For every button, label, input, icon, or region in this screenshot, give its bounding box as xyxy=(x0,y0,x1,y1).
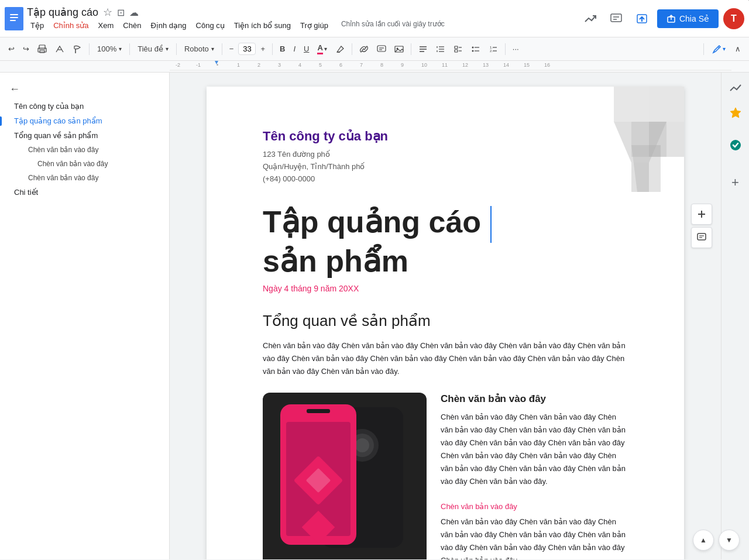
comment-button[interactable] xyxy=(373,42,390,56)
undo-button[interactable]: ↩ xyxy=(5,42,18,56)
doc-main-title[interactable]: Tập quảng cáo sản phẩm xyxy=(263,204,628,279)
outline-item-3[interactable]: Chèn văn bản vào đây xyxy=(0,143,169,157)
svg-text:15: 15 xyxy=(524,62,530,68)
link-button[interactable] xyxy=(356,42,372,56)
doc-date: Ngày 4 tháng 9 năm 20XX xyxy=(263,284,628,293)
main-title-line2: sản phẩm xyxy=(263,244,408,278)
subsection-title[interactable]: Chèn văn bản vào đây xyxy=(441,393,628,405)
zoom-select[interactable]: 100% ▾ xyxy=(93,42,126,56)
spellcheck-button[interactable] xyxy=(51,42,68,56)
menu-insert[interactable]: Chèn xyxy=(119,20,145,31)
underline-button[interactable]: U xyxy=(300,42,312,56)
outline-sidebar: ← Tên công ty của bạn Tập quảng cáo sản … xyxy=(0,73,170,559)
svg-text:9: 9 xyxy=(401,62,404,68)
print-button[interactable] xyxy=(34,42,50,56)
menu-edit[interactable]: Chỉnh sửa xyxy=(50,20,92,31)
font-increase-button[interactable]: + xyxy=(257,42,269,56)
menu-addons[interactable]: Tiện ích bổ sung xyxy=(231,20,294,31)
svg-rect-1 xyxy=(10,14,18,15)
redo-button[interactable]: ↪ xyxy=(19,42,33,56)
toolbar-sep-2 xyxy=(129,43,130,55)
section1-body[interactable]: Chèn văn bản vào đây Chèn văn bản vào đâ… xyxy=(263,339,628,378)
font-size-input[interactable] xyxy=(238,43,256,55)
menu-view[interactable]: Xem xyxy=(95,20,118,31)
rs-check-icon[interactable] xyxy=(725,135,746,156)
star-icon[interactable]: ☆ xyxy=(103,6,112,19)
doc-title[interactable]: Tập quảng cáo xyxy=(27,6,98,19)
svg-rect-68 xyxy=(631,163,649,192)
highlight-button[interactable] xyxy=(332,42,348,56)
trending-icon-btn[interactable] xyxy=(580,8,601,29)
outline-item-label-1: Tập quảng cáo sản phẩm xyxy=(14,116,102,125)
align-button[interactable] xyxy=(415,42,431,56)
main-title-line1: Tập quảng cáo xyxy=(263,205,481,239)
ruler-ticks: -2 -1 • 1 2 3 4 5 6 7 8 9 10 11 12 13 14… xyxy=(170,61,749,73)
font-decrease-button[interactable]: − xyxy=(226,42,238,56)
collapse-toolbar-button[interactable]: ∧ xyxy=(731,42,744,56)
svg-point-72 xyxy=(355,438,369,452)
document-area[interactable]: Tên công ty của bạn 123 Tên đường phố Qu… xyxy=(170,73,721,559)
pen-mode-button[interactable]: ▾ xyxy=(709,42,729,56)
font-select[interactable]: Roboto ▾ xyxy=(180,42,218,56)
outline-item-2[interactable]: Tổng quan về sản phẩm xyxy=(0,128,169,143)
svg-text:2.: 2. xyxy=(490,49,493,53)
add-block-button[interactable] xyxy=(691,204,712,225)
svg-rect-2 xyxy=(10,17,18,18)
svg-rect-11 xyxy=(39,45,45,49)
add-comment-float-button[interactable] xyxy=(691,227,712,248)
nav-next-button[interactable]: ▼ xyxy=(719,530,740,551)
title-area: Tập quảng cáo ☆ ⊡ ☁ Tệp Chỉnh sửa Xem Ch… xyxy=(27,6,576,31)
outline-item-0[interactable]: Tên công ty của bạn xyxy=(0,99,169,114)
nav-prev-button[interactable]: ▲ xyxy=(693,530,714,551)
toolbar-sep-3 xyxy=(176,43,177,55)
link-body[interactable]: Chèn văn bản vào đây Chèn văn bản vào đâ… xyxy=(441,516,628,559)
line-spacing-button[interactable] xyxy=(432,42,449,56)
outline-item-6[interactable]: Chi tiết xyxy=(0,185,169,200)
outline-item-label-2: Tổng quan về sản phẩm xyxy=(14,131,98,140)
section1-title[interactable]: Tổng quan về sản phẩm xyxy=(263,312,628,330)
rs-star-icon[interactable] xyxy=(725,102,746,123)
toolbar-sep-7 xyxy=(411,43,411,55)
svg-text:13: 13 xyxy=(483,62,489,68)
svg-text:11: 11 xyxy=(442,62,448,68)
checklist-button[interactable] xyxy=(450,42,466,56)
share-button[interactable]: Chia Sẻ xyxy=(657,9,719,28)
rs-trending-icon[interactable] xyxy=(725,77,746,98)
share-label: Chia Sẻ xyxy=(679,14,709,23)
menu-help[interactable]: Trợ giúp xyxy=(297,20,332,31)
outline-item-1[interactable]: Tập quảng cáo sản phẩm xyxy=(0,114,169,128)
drive-icon[interactable]: ⊡ xyxy=(117,7,125,18)
more-button[interactable]: ··· xyxy=(509,42,523,56)
link-text[interactable]: Chèn văn bản vào đây xyxy=(441,502,628,511)
font-size-control: − + xyxy=(226,42,269,56)
cloud-icon[interactable]: ☁ xyxy=(129,7,139,18)
numbered-list-button[interactable]: 1.2. xyxy=(485,42,501,56)
menu-format[interactable]: Định dạng xyxy=(147,20,190,31)
user-avatar[interactable]: T xyxy=(723,8,744,29)
svg-text:-1: -1 xyxy=(196,62,201,68)
paint-format-button[interactable] xyxy=(69,42,85,56)
svg-rect-63 xyxy=(649,87,684,122)
outline-active-indicator xyxy=(0,116,2,126)
image-button[interactable]: ▾ xyxy=(391,42,407,56)
bold-button[interactable]: B xyxy=(276,42,288,56)
page-float-buttons xyxy=(691,204,712,248)
menu-file[interactable]: Tệp xyxy=(27,20,47,31)
svg-text:-2: -2 xyxy=(176,62,180,68)
menu-tools[interactable]: Công cụ xyxy=(193,20,228,31)
outline-item-4[interactable]: Chèn văn bản vào đây xyxy=(0,157,169,171)
style-select[interactable]: Tiêu đề ▾ xyxy=(133,42,173,56)
rs-add-icon[interactable]: + xyxy=(725,172,746,193)
outline-item-5[interactable]: Chèn văn bản vào đây xyxy=(0,171,169,185)
svg-rect-28 xyxy=(455,46,458,49)
move-to-drive-btn[interactable] xyxy=(631,8,652,29)
comments-icon-btn[interactable] xyxy=(606,8,627,29)
outline-back-button[interactable]: ← xyxy=(0,80,169,99)
subsection-body[interactable]: Chèn văn bản vào đây Chèn văn bản vào đâ… xyxy=(441,411,628,489)
document-page[interactable]: Tên công ty của bạn 123 Tên đường phố Qu… xyxy=(207,87,684,559)
text-color-button[interactable]: A ▾ xyxy=(314,41,330,57)
svg-text:16: 16 xyxy=(544,62,550,68)
bullet-list-button[interactable] xyxy=(468,42,484,56)
italic-button[interactable]: I xyxy=(290,42,299,56)
outline-item-label-3: Chèn văn bản vào đây xyxy=(28,146,98,154)
